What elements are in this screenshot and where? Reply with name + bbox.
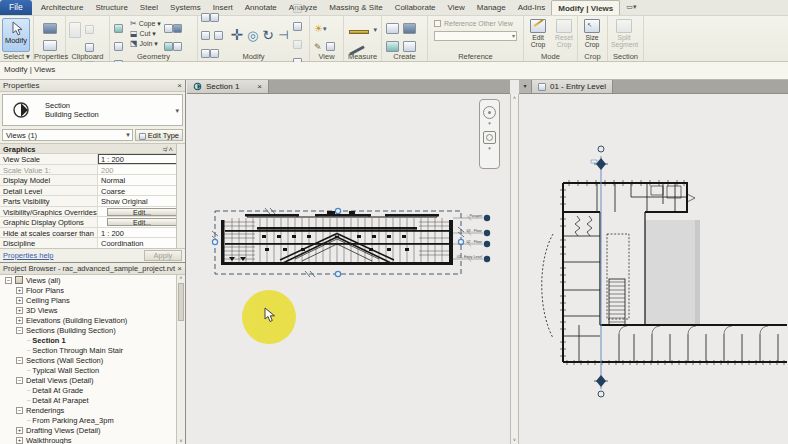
panel-mode-label[interactable]: Mode [524, 52, 577, 61]
split-element-icon[interactable] [293, 22, 302, 31]
expand-icon[interactable]: + [16, 427, 23, 434]
create-group-icon[interactable] [403, 23, 416, 34]
panel-measure-label[interactable]: Measure [344, 52, 381, 61]
offset-icon[interactable] [210, 13, 219, 22]
property-value[interactable]: Coordination [98, 238, 185, 248]
cope-icon[interactable] [114, 42, 123, 51]
expand-icon[interactable]: + [16, 437, 23, 444]
ribbon-tab-structure[interactable]: Structure [89, 0, 133, 15]
tree-item-detail-views-detail-[interactable]: −Detail Views (Detail) [0, 375, 176, 385]
tree-item-3d-views[interactable]: +3D Views [0, 305, 176, 315]
edit-button[interactable]: Edit... [107, 218, 177, 226]
copy-icon[interactable]: ◎ [247, 28, 258, 43]
join-item[interactable]: ⬔ Join ▾ [130, 39, 161, 49]
property-row[interactable]: Visibility/Graphics OverridesEdit... [0, 207, 185, 218]
views-filter-dropdown[interactable]: Views (1) [2, 129, 133, 141]
tab-list-menu-icon[interactable]: ▾ [519, 80, 532, 93]
scroll-up-icon[interactable]: ˄ [511, 95, 518, 101]
type-selector[interactable]: Section Building Section ▾ [2, 94, 183, 126]
properties-header[interactable]: Properties × [0, 80, 185, 92]
section-drawing[interactable]: Parapet 03 - Floor 02 - Floor 01 - Entry… [187, 94, 510, 444]
floor-plan-drawing[interactable] [519, 94, 788, 444]
reference-view-dropdown[interactable] [434, 31, 517, 41]
scrollbar-thumb[interactable] [178, 283, 184, 321]
scroll-up-icon[interactable]: ˄ [180, 275, 183, 281]
unpin-icon[interactable] [293, 40, 302, 49]
ribbon-tab-view[interactable]: View [442, 0, 471, 15]
expand-icon[interactable]: + [16, 317, 23, 324]
ribbon-tab-collaborate[interactable]: Collaborate [389, 0, 442, 15]
ribbon-tab-manage[interactable]: Manage [471, 0, 512, 15]
scroll-down-icon[interactable]: ˅ [177, 438, 185, 444]
linework-icon[interactable] [326, 42, 335, 51]
paint-icon[interactable] [114, 24, 123, 33]
size-crop-button[interactable]: ↖ Size Crop [579, 18, 605, 48]
property-row[interactable]: Detail LevelCoarse [0, 186, 185, 197]
ribbon-options-icon[interactable]: ▭▾ [620, 0, 640, 15]
tree-item-sections-building-section-[interactable]: −Sections (Building Section) [0, 325, 176, 335]
ribbon-tab-add-ins[interactable]: Add-Ins [512, 0, 552, 15]
property-value[interactable]: 1 : 200 [98, 154, 185, 164]
reset-crop-button[interactable]: Reset Crop [551, 18, 577, 48]
graphics-group-header[interactable]: Graphics ≉ ˄ [0, 144, 185, 154]
property-value[interactable]: 200 [98, 165, 185, 175]
tree-item-ceiling-plans[interactable]: +Ceiling Plans [0, 295, 176, 305]
expand-icon[interactable]: + [16, 297, 23, 304]
tab-entry-level[interactable]: 01 - Entry Level [532, 80, 613, 93]
tree-item-floor-plans[interactable]: +Floor Plans [0, 285, 176, 295]
property-row[interactable]: View Scale1 : 200 [0, 154, 185, 165]
tree-item-detail-at-grade[interactable]: ‒ Detail At Grade [0, 385, 176, 395]
close-tab-icon[interactable]: × [257, 82, 262, 91]
apply-button[interactable]: Apply [144, 250, 182, 261]
tree-item-section-1[interactable]: ‒ Section 1 [0, 335, 176, 345]
properties-help-link[interactable]: Properties help [3, 251, 53, 260]
panel-properties-label[interactable]: Properties [34, 52, 65, 61]
ribbon-tab-architecture[interactable]: Architecture [35, 0, 90, 15]
edit-button[interactable]: Edit... [107, 208, 177, 216]
collapse-icon[interactable]: − [16, 377, 23, 384]
property-row[interactable]: Parts VisibilityShow Original [0, 196, 185, 207]
cut-item[interactable]: ⬓ Cut ▾ [130, 29, 161, 39]
modify-button[interactable]: Modify [2, 18, 30, 52]
tree-item-walkthroughs[interactable]: +Walkthroughs [0, 435, 176, 444]
ribbon-tab-massing-site[interactable]: Massing & Site [323, 0, 388, 15]
panel-section-label[interactable]: Section [608, 52, 643, 61]
copy-to-clipboard-icon[interactable] [85, 43, 94, 52]
tree-item-elevations-building-elevation-[interactable]: +Elevations (Building Elevation) [0, 315, 176, 325]
panel-create-label[interactable]: Create [382, 52, 427, 61]
file-tab[interactable]: File [0, 0, 32, 15]
section-canvas[interactable]: ▾ ▾ [187, 94, 510, 444]
property-value[interactable]: Coarse [98, 186, 185, 196]
property-row[interactable]: Display ModelNormal [0, 175, 185, 186]
property-row[interactable]: DisciplineCoordination [0, 238, 185, 249]
rotate-icon[interactable]: ↻ [262, 27, 274, 43]
panel-modify-label[interactable]: Modify [198, 52, 309, 61]
ribbon-tab-modify-views[interactable]: Modify | Views [551, 0, 620, 15]
collapse-icon[interactable]: − [16, 407, 23, 414]
delete-icon[interactable] [293, 4, 302, 13]
level-markers[interactable]: Parapet 03 - Floor 02 - Floor 01 - Entry… [453, 214, 490, 263]
crop-grips[interactable] [212, 208, 463, 276]
close-icon[interactable]: × [177, 81, 182, 90]
wall-joins-icon[interactable] [173, 24, 182, 33]
create-similar-icon[interactable] [386, 41, 399, 52]
panel-reference-label[interactable]: Reference [428, 52, 523, 61]
properties-scrollbar[interactable]: ˅ [176, 144, 185, 259]
property-value[interactable]: 1 : 200 [98, 228, 185, 238]
properties-palette-icon[interactable] [43, 23, 57, 34]
ribbon-tab-steel[interactable]: Steel [134, 0, 164, 15]
split-segment-button[interactable]: Split Segment [611, 18, 637, 48]
tree-item-section-through-main-stair[interactable]: ‒ Section Through Main Stair [0, 345, 176, 355]
paste-icon[interactable] [69, 22, 81, 38]
reference-other-view-checkbox[interactable]: Reference Other View [428, 16, 523, 27]
panel-clipboard-label[interactable]: Clipboard [66, 52, 109, 61]
array-icon[interactable] [214, 31, 223, 40]
tab-section-1[interactable]: Section 1 × [187, 80, 269, 93]
chevron-down-icon[interactable]: ▾ [175, 107, 179, 115]
align-icon[interactable] [201, 13, 210, 22]
property-row[interactable]: Graphic Display OptionsEdit... [0, 217, 185, 228]
tree-item-detail-at-parapet[interactable]: ‒ Detail At Parapet [0, 395, 176, 405]
edit-crop-button[interactable]: Edit Crop [525, 18, 551, 48]
legend-component-icon[interactable] [386, 23, 399, 34]
collapse-icon[interactable]: − [16, 327, 23, 334]
